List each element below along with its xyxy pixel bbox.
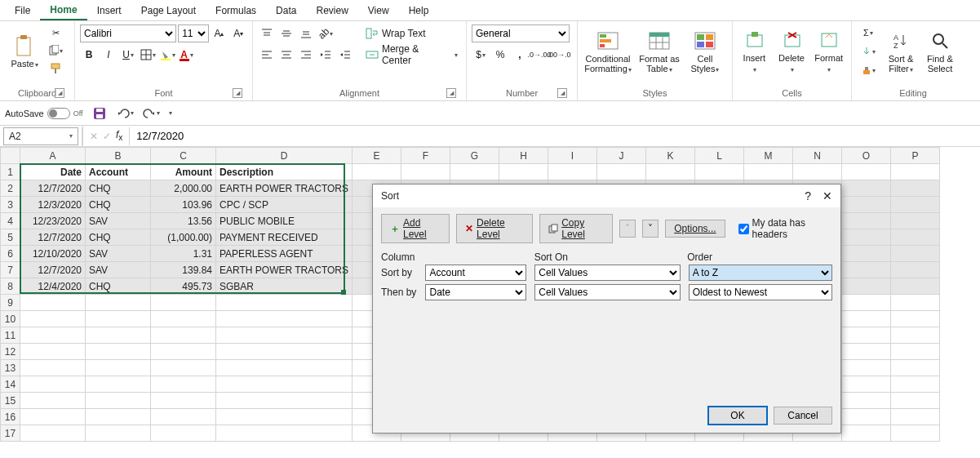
row-header-3[interactable]: 3 [1, 197, 20, 213]
cell-B6[interactable]: SAV [86, 246, 151, 262]
cell-A9[interactable] [20, 295, 86, 311]
cell-C3[interactable]: 103.96 [151, 197, 216, 213]
cell-P5[interactable] [891, 229, 940, 246]
cell-O11[interactable] [842, 327, 891, 344]
headers-checkbox-input[interactable] [738, 224, 749, 234]
cell-B15[interactable] [86, 393, 151, 409]
cell-B13[interactable] [86, 360, 151, 376]
cell-O3[interactable] [842, 197, 891, 213]
cell-C1[interactable]: Amount [151, 164, 216, 180]
col-header-H[interactable]: H [499, 148, 548, 164]
cell-A6[interactable]: 12/10/2020 [20, 246, 86, 262]
cell-D6[interactable]: PAPERLESS AGENT [216, 246, 353, 262]
col-header-E[interactable]: E [353, 148, 401, 164]
cell-O4[interactable] [842, 213, 891, 229]
row-header-16[interactable]: 16 [1, 409, 20, 425]
clipboard-dialog-launcher[interactable]: ◢ [55, 88, 64, 98]
comma-format-button[interactable]: , [511, 46, 529, 64]
cut-button[interactable]: ✂ [47, 24, 64, 41]
col-header-F[interactable]: F [401, 148, 450, 164]
cell-A17[interactable] [20, 425, 86, 442]
cell-C2[interactable]: 2,000.00 [151, 180, 216, 197]
cell-C12[interactable] [151, 344, 216, 360]
cell-D5[interactable]: PAYMENT RECEIVED [216, 229, 353, 246]
row-header-6[interactable]: 6 [1, 246, 20, 262]
options-button[interactable]: Options... [665, 220, 725, 238]
cell-B5[interactable]: CHQ [86, 229, 151, 246]
cell-A15[interactable] [20, 393, 86, 409]
cell-P2[interactable] [891, 180, 940, 197]
cell-O9[interactable] [842, 295, 891, 311]
cell-B14[interactable] [86, 376, 151, 393]
formula-input[interactable] [130, 130, 980, 142]
menu-formulas[interactable]: Formulas [206, 2, 266, 20]
align-middle-button[interactable] [277, 24, 295, 42]
cancel-button[interactable]: Cancel [774, 407, 832, 425]
menu-insert[interactable]: Insert [87, 2, 131, 20]
cell-B3[interactable]: CHQ [86, 197, 151, 213]
cell-A11[interactable] [20, 327, 86, 344]
cell-C10[interactable] [151, 311, 216, 327]
sort-filter-button[interactable]: AZ Sort & Filter▾ [883, 24, 919, 78]
bold-button[interactable]: B [80, 46, 98, 64]
menu-view[interactable]: View [358, 2, 399, 20]
cell-C7[interactable]: 139.84 [151, 262, 216, 278]
row-header-11[interactable]: 11 [1, 327, 20, 344]
delete-cells-button[interactable]: Delete▾ [775, 24, 809, 78]
cell-P13[interactable] [891, 360, 940, 376]
cell-B11[interactable] [86, 327, 151, 344]
insert-cells-button[interactable]: Insert▾ [738, 24, 772, 78]
cell-B4[interactable]: SAV [86, 213, 151, 229]
row-header-7[interactable]: 7 [1, 262, 20, 278]
cell-P17[interactable] [891, 425, 940, 442]
cell-I1[interactable] [548, 164, 597, 180]
font-color-button[interactable]: A▾ [178, 46, 196, 64]
cell-P1[interactable] [891, 164, 940, 180]
wrap-text-button[interactable]: Wrap Text [362, 24, 461, 42]
move-down-button[interactable]: ˅ [642, 220, 659, 238]
merge-center-button[interactable]: Merge & Center▾ [362, 46, 461, 64]
cell-D4[interactable]: PUBLIC MOBILE [216, 213, 353, 229]
cell-C4[interactable]: 13.56 [151, 213, 216, 229]
align-left-button[interactable] [258, 46, 276, 64]
menu-help[interactable]: Help [399, 2, 439, 20]
cell-P8[interactable] [891, 278, 940, 295]
cell-B8[interactable]: CHQ [86, 278, 151, 295]
menu-data[interactable]: Data [266, 2, 306, 20]
clear-button[interactable]: ▾ [857, 62, 880, 78]
row-header-5[interactable]: 5 [1, 229, 20, 246]
col-header-M[interactable]: M [744, 148, 793, 164]
align-center-button[interactable] [277, 46, 295, 64]
enter-icon[interactable]: ✓ [103, 131, 111, 142]
autosave-toggle[interactable]: AutoSave Off [5, 108, 83, 119]
cell-B2[interactable]: CHQ [86, 180, 151, 197]
cell-A1[interactable]: Date [20, 164, 86, 180]
col-header-D[interactable]: D [216, 148, 353, 164]
font-name-combo[interactable]: Calibri [80, 24, 176, 42]
close-button[interactable]: ✕ [823, 189, 832, 202]
cell-O17[interactable] [842, 425, 891, 442]
cell-D1[interactable]: Description [216, 164, 353, 180]
cell-J1[interactable] [597, 164, 646, 180]
cell-D17[interactable] [216, 425, 353, 442]
cell-D2[interactable]: EARTH POWER TRACTORS [216, 180, 353, 197]
border-button[interactable]: ▾ [139, 46, 157, 64]
format-as-table-button[interactable]: Format as Table▾ [636, 24, 682, 78]
cell-P15[interactable] [891, 393, 940, 409]
menu-review[interactable]: Review [306, 2, 357, 20]
row-header-4[interactable]: 4 [1, 213, 20, 229]
cell-D15[interactable] [216, 393, 353, 409]
conditional-formatting-button[interactable]: Conditional Formatting▾ [583, 24, 633, 78]
cell-A14[interactable] [20, 376, 86, 393]
cell-G1[interactable] [450, 164, 499, 180]
paste-button[interactable]: Paste▾ [5, 24, 44, 78]
add-level-button[interactable]: ＋Add Level [381, 214, 450, 243]
increase-font-button[interactable]: A▴ [211, 24, 228, 42]
cell-A16[interactable] [20, 409, 86, 425]
cell-C13[interactable] [151, 360, 216, 376]
fill-color-button[interactable]: ▾ [158, 46, 176, 64]
menu-home[interactable]: Home [40, 1, 86, 20]
row-header-12[interactable]: 12 [1, 344, 20, 360]
sort-order-select[interactable]: Oldest to Newest [689, 284, 832, 300]
cell-O16[interactable] [842, 409, 891, 425]
